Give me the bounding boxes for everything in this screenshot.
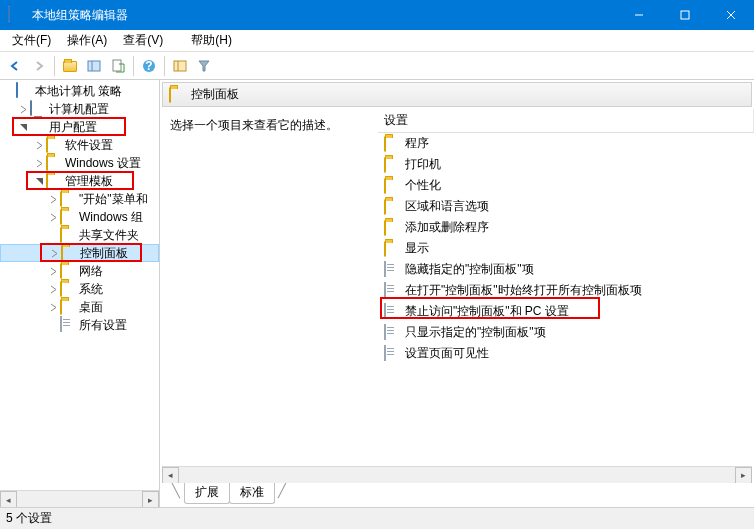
expander-icon[interactable] xyxy=(16,120,30,134)
tree-node[interactable]: 桌面 xyxy=(0,298,159,316)
expander-icon[interactable] xyxy=(46,318,60,332)
tree-node[interactable]: Windows 组 xyxy=(0,208,159,226)
menu-item[interactable]: 查看(V) xyxy=(115,30,171,51)
list-item-label: 只显示指定的"控制面板"项 xyxy=(405,324,546,341)
folder-icon xyxy=(46,137,62,153)
forward-button[interactable] xyxy=(28,55,50,77)
folder-icon xyxy=(60,263,76,279)
close-button[interactable] xyxy=(708,0,754,30)
back-button[interactable] xyxy=(4,55,26,77)
settings-list[interactable]: 设置 程序打印机个性化区域和语言选项添加或删除程序显示隐藏指定的"控制面板"项在… xyxy=(378,109,754,466)
expander-icon[interactable] xyxy=(46,300,60,314)
tree-node-label: 所有设置 xyxy=(79,317,127,334)
content-pane: 控制面板 选择一个项目来查看它的描述。 设置 程序打印机个性化区域和语言选项添加… xyxy=(160,80,754,507)
list-item-label: 程序 xyxy=(405,135,429,152)
tree-node-label: 控制面板 xyxy=(80,245,128,262)
list-item[interactable]: 显示 xyxy=(378,238,754,259)
tree-pane[interactable]: 本地计算机 策略 计算机配置用户配置软件设置Windows 设置管理模板"开始"… xyxy=(0,80,160,507)
minimize-button[interactable] xyxy=(616,0,662,30)
tree-root[interactable]: 本地计算机 策略 xyxy=(0,82,159,100)
maximize-button[interactable] xyxy=(662,0,708,30)
tree-node-label: 共享文件夹 xyxy=(79,227,139,244)
list-item[interactable]: 个性化 xyxy=(378,175,754,196)
tab[interactable]: 标准 xyxy=(229,483,275,504)
expander-icon[interactable] xyxy=(47,246,61,260)
toolbar-separator xyxy=(133,56,134,76)
show-hide-tree-button[interactable] xyxy=(83,55,105,77)
expander-icon[interactable] xyxy=(32,138,46,152)
tree-horizontal-scrollbar[interactable]: ◂ ▸ xyxy=(0,490,159,507)
page-icon xyxy=(384,325,400,341)
window-titlebar: 本地组策略编辑器 xyxy=(0,0,754,30)
menu-item[interactable]: 操作(A) xyxy=(59,30,115,51)
tree-node[interactable]: 计算机配置 xyxy=(0,100,159,118)
folder-icon xyxy=(60,227,76,243)
list-item[interactable]: 设置页面可见性 xyxy=(378,343,754,364)
tree-node-label: 网络 xyxy=(79,263,103,280)
tab[interactable]: 扩展 xyxy=(184,483,230,504)
list-item[interactable]: 区域和语言选项 xyxy=(378,196,754,217)
tree-node[interactable]: "开始"菜单和 xyxy=(0,190,159,208)
list-item[interactable]: 禁止访问"控制面板"和 PC 设置 xyxy=(378,301,754,322)
list-item[interactable]: 添加或删除程序 xyxy=(378,217,754,238)
svg-rect-6 xyxy=(113,60,121,71)
tree-node-label: 用户配置 xyxy=(49,119,97,136)
list-item-label: 区域和语言选项 xyxy=(405,198,489,215)
folder-icon xyxy=(169,87,185,103)
list-item[interactable]: 在打开"控制面板"时始终打开所有控制面板项 xyxy=(378,280,754,301)
list-item[interactable]: 打印机 xyxy=(378,154,754,175)
content-body: 选择一个项目来查看它的描述。 设置 程序打印机个性化区域和语言选项添加或删除程序… xyxy=(160,109,754,466)
list-header[interactable]: 设置 xyxy=(378,109,754,133)
window-title: 本地组策略编辑器 xyxy=(32,7,616,24)
expander-icon[interactable] xyxy=(32,174,46,188)
expander-icon[interactable] xyxy=(46,264,60,278)
list-item-label: 隐藏指定的"控制面板"项 xyxy=(405,261,534,278)
tree-node[interactable]: 共享文件夹 xyxy=(0,226,159,244)
tree-node[interactable]: 管理模板 xyxy=(0,172,159,190)
filter-options-button[interactable] xyxy=(169,55,191,77)
tree-node-label: 桌面 xyxy=(79,299,103,316)
expander-icon[interactable] xyxy=(16,102,30,116)
tree-node-label: Windows 组 xyxy=(79,209,143,226)
tree-node-label: Windows 设置 xyxy=(65,155,141,172)
help-button[interactable]: ? xyxy=(138,55,160,77)
tree-node-label: 管理模板 xyxy=(65,173,113,190)
up-button[interactable] xyxy=(59,55,81,77)
list-item[interactable]: 只显示指定的"控制面板"项 xyxy=(378,322,754,343)
menu-item[interactable]: 文件(F) xyxy=(4,30,59,51)
policy-icon xyxy=(16,83,32,99)
column-header-setting[interactable]: 设置 xyxy=(378,109,754,132)
scroll-left-button[interactable]: ◂ xyxy=(0,491,17,507)
expander-icon[interactable] xyxy=(2,84,16,98)
folder-icon xyxy=(46,173,62,189)
expander-icon[interactable] xyxy=(46,228,60,242)
folder-icon xyxy=(60,209,76,225)
tree-node[interactable]: 用户配置 xyxy=(0,118,159,136)
filter-button[interactable] xyxy=(193,55,215,77)
expander-icon[interactable] xyxy=(46,192,60,206)
content-header: 控制面板 xyxy=(162,82,752,107)
tree-node[interactable]: 网络 xyxy=(0,262,159,280)
export-list-button[interactable] xyxy=(107,55,129,77)
list-item-label: 显示 xyxy=(405,240,429,257)
tree-node[interactable]: 所有设置 xyxy=(0,316,159,334)
folder-icon xyxy=(384,241,400,257)
tree-node[interactable]: 控制面板 xyxy=(0,244,159,262)
tab-decoration: ╱ xyxy=(278,483,286,498)
content-horizontal-scrollbar[interactable]: ◂ ▸ xyxy=(162,466,752,483)
expander-icon[interactable] xyxy=(46,210,60,224)
menubar: 文件(F)操作(A)查看(V)帮助(H) xyxy=(0,30,754,52)
scroll-track[interactable] xyxy=(17,491,142,507)
scroll-right-button[interactable]: ▸ xyxy=(735,467,752,484)
scroll-right-button[interactable]: ▸ xyxy=(142,491,159,507)
list-item[interactable]: 隐藏指定的"控制面板"项 xyxy=(378,259,754,280)
expander-icon[interactable] xyxy=(32,156,46,170)
scroll-left-button[interactable]: ◂ xyxy=(162,467,179,484)
list-item[interactable]: 程序 xyxy=(378,133,754,154)
tree-node[interactable]: 系统 xyxy=(0,280,159,298)
tree-node[interactable]: 软件设置 xyxy=(0,136,159,154)
tree-node[interactable]: Windows 设置 xyxy=(0,154,159,172)
menu-item[interactable]: 帮助(H) xyxy=(183,30,240,51)
expander-icon[interactable] xyxy=(46,282,60,296)
description-pane: 选择一个项目来查看它的描述。 xyxy=(160,109,378,466)
